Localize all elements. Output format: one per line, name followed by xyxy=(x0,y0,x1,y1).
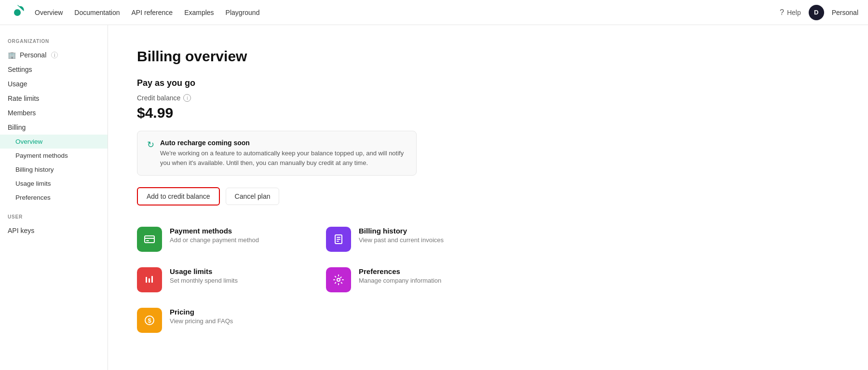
sidebar-personal-label: Personal xyxy=(20,51,46,59)
credit-label: Credit balance i xyxy=(137,94,610,102)
sidebar-item-billing[interactable]: Billing xyxy=(0,120,108,135)
nav-overview[interactable]: Overview xyxy=(35,9,63,16)
api-keys-label: API keys xyxy=(8,227,34,234)
personal-label[interactable]: Personal xyxy=(832,9,858,16)
svg-rect-1 xyxy=(145,236,154,243)
avatar-initials: D xyxy=(814,9,818,16)
credit-info-icon[interactable]: i xyxy=(183,94,191,102)
nav-api-reference[interactable]: API reference xyxy=(132,9,173,16)
auto-recharge-banner: ↻ Auto recharge coming soon We're workin… xyxy=(137,131,417,176)
top-nav: Overview Documentation API reference Exa… xyxy=(0,0,868,25)
sidebar-item-members[interactable]: Members xyxy=(0,106,108,120)
payment-methods-card-title: Payment methods xyxy=(170,227,259,235)
svg-point-9 xyxy=(337,278,340,281)
sidebar-item-usage-limits[interactable]: Usage limits xyxy=(0,177,108,191)
card-pricing[interactable]: $ Pricing View pricing and FAQs xyxy=(137,306,314,335)
info-icon: i xyxy=(51,52,58,58)
preferences-card-title: Preferences xyxy=(359,267,441,275)
banner-text: We're working on a feature to automatica… xyxy=(160,149,407,167)
add-to-credit-button[interactable]: Add to credit balance xyxy=(137,187,220,206)
pricing-card-title: Pricing xyxy=(170,308,233,316)
svg-rect-5 xyxy=(337,241,339,242)
payment-methods-card-desc: Add or change payment method xyxy=(170,236,259,244)
svg-text:$: $ xyxy=(148,317,151,324)
banner-title: Auto recharge coming soon xyxy=(160,139,407,147)
svg-rect-4 xyxy=(337,239,340,240)
card-preferences[interactable]: Preferences Manage company information xyxy=(326,265,503,294)
plan-label: Pay as you go xyxy=(137,78,610,88)
cards-grid: Payment methods Add or change payment me… xyxy=(137,225,503,335)
settings-label: Settings xyxy=(8,66,32,73)
sidebar-item-api-keys[interactable]: API keys xyxy=(0,223,108,238)
cancel-plan-button[interactable]: Cancel plan xyxy=(226,188,280,205)
billing-history-icon xyxy=(326,227,351,252)
sidebar-item-personal[interactable]: 🏢 Personal i xyxy=(0,48,108,62)
app-layout: ORGANIZATION 🏢 Personal i Settings Usage… xyxy=(0,25,868,370)
svg-rect-7 xyxy=(149,278,150,283)
main-content: Billing overview Pay as you go Credit ba… xyxy=(108,25,638,370)
billing-history-card-title: Billing history xyxy=(359,227,444,235)
top-nav-right: ? Help D Personal xyxy=(780,5,858,20)
overview-label: Overview xyxy=(15,138,42,145)
help-icon: ? xyxy=(780,8,784,17)
sidebar-item-usage[interactable]: Usage xyxy=(0,77,108,91)
card-usage-limits[interactable]: Usage limits Set monthly spend limits xyxy=(137,265,314,294)
top-nav-links: Overview Documentation API reference Exa… xyxy=(35,9,780,16)
help-label: Help xyxy=(787,9,801,16)
pricing-icon: $ xyxy=(137,308,162,333)
billing-history-card-desc: View past and current invoices xyxy=(359,236,444,244)
credit-amount: $4.99 xyxy=(137,105,610,121)
payment-methods-icon xyxy=(137,227,162,252)
org-section-label: ORGANIZATION xyxy=(0,39,108,48)
usage-limits-card-desc: Set monthly spend limits xyxy=(170,277,238,284)
pricing-card-desc: View pricing and FAQs xyxy=(170,317,233,325)
avatar[interactable]: D xyxy=(809,5,824,20)
button-row: Add to credit balance Cancel plan xyxy=(137,187,610,206)
svg-point-0 xyxy=(14,9,21,15)
members-label: Members xyxy=(8,109,36,117)
card-billing-history[interactable]: Billing history View past and current in… xyxy=(326,225,503,254)
rate-limits-label: Rate limits xyxy=(8,95,39,102)
usage-limits-label: Usage limits xyxy=(15,180,51,187)
sidebar-item-settings[interactable]: Settings xyxy=(0,62,108,77)
card-payment-methods[interactable]: Payment methods Add or change payment me… xyxy=(137,225,314,254)
help-button[interactable]: ? Help xyxy=(780,8,801,17)
sidebar-item-overview[interactable]: Overview xyxy=(0,135,108,149)
usage-label: Usage xyxy=(8,80,27,88)
sidebar-item-rate-limits[interactable]: Rate limits xyxy=(0,91,108,106)
preferences-icon xyxy=(326,267,351,292)
building-icon: 🏢 xyxy=(8,51,16,59)
preferences-card-desc: Manage company information xyxy=(359,277,441,284)
user-section-label: USER xyxy=(0,214,108,223)
usage-limits-icon xyxy=(137,267,162,292)
billing-label: Billing xyxy=(8,123,26,131)
nav-examples[interactable]: Examples xyxy=(184,9,214,16)
billing-history-label: Billing history xyxy=(15,166,54,173)
svg-rect-3 xyxy=(337,237,340,238)
preferences-label: Preferences xyxy=(15,194,51,201)
payment-methods-label: Payment methods xyxy=(15,152,68,159)
sidebar-item-payment-methods[interactable]: Payment methods xyxy=(0,149,108,163)
credit-label-text: Credit balance xyxy=(137,94,180,102)
logo[interactable] xyxy=(10,5,25,20)
nav-documentation[interactable]: Documentation xyxy=(74,9,120,16)
usage-limits-card-title: Usage limits xyxy=(170,267,238,275)
page-title: Billing overview xyxy=(137,48,610,65)
nav-playground[interactable]: Playground xyxy=(226,9,260,16)
sidebar: ORGANIZATION 🏢 Personal i Settings Usage… xyxy=(0,25,108,370)
sidebar-item-billing-history[interactable]: Billing history xyxy=(0,163,108,177)
sidebar-item-preferences[interactable]: Preferences xyxy=(0,191,108,205)
svg-rect-8 xyxy=(151,276,153,283)
svg-rect-6 xyxy=(146,277,147,283)
recharge-icon: ↻ xyxy=(147,139,154,150)
